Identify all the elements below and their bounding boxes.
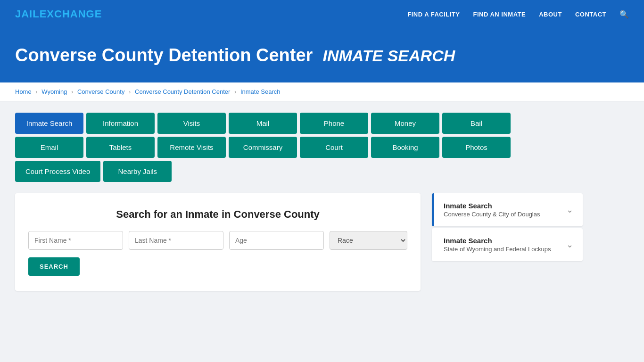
navbar: JAILEXCHANGE FIND A FACILITY FIND AN INM… — [0, 0, 644, 28]
breadcrumb-converse-county[interactable]: Converse County — [77, 88, 124, 95]
nav-find-inmate[interactable]: FIND AN INMATE — [473, 11, 526, 18]
tab-visits[interactable]: Visits — [157, 113, 226, 134]
tab-information[interactable]: Information — [86, 113, 155, 134]
breadcrumb-sep-4: › — [234, 88, 236, 95]
breadcrumb-sep-3: › — [129, 88, 131, 95]
hero-title-main: Converse County Detention Center — [15, 45, 313, 65]
sidebar-item-text: Inmate Search State of Wyoming and Feder… — [444, 237, 551, 253]
tab-remote-visits[interactable]: Remote Visits — [157, 137, 226, 158]
nav-find-facility[interactable]: FIND A FACILITY — [407, 11, 460, 18]
logo-exchange: EXCHANGE — [40, 8, 102, 20]
tab-court[interactable]: Court — [300, 137, 368, 158]
chevron-down-icon: ⌄ — [566, 239, 573, 250]
nav-about[interactable]: ABOUT — [539, 11, 562, 18]
hero-section: Converse County Detention Center INMATE … — [0, 28, 644, 82]
breadcrumb-sep-2: › — [71, 88, 73, 95]
age-input[interactable] — [229, 231, 324, 250]
breadcrumb: Home › Wyoming › Converse County › Conve… — [0, 82, 644, 101]
search-fields: RaceWhiteBlackHispanicAsianOther — [28, 231, 407, 250]
breadcrumb-inmate-search[interactable]: Inmate Search — [240, 88, 281, 95]
nav-links: FIND A FACILITY FIND AN INMATE ABOUT CON… — [407, 10, 629, 19]
tab-commissary[interactable]: Commissary — [229, 137, 297, 158]
hero-title-sub: INMATE SEARCH — [322, 47, 455, 65]
tab-email[interactable]: Email — [15, 137, 83, 158]
page-title: Converse County Detention Center INMATE … — [15, 45, 629, 66]
site-logo[interactable]: JAILEXCHANGE — [15, 8, 102, 20]
tab-inmate-search[interactable]: Inmate Search — [15, 113, 83, 134]
search-button[interactable]: SEARCH — [28, 257, 80, 276]
tab-bail[interactable]: Bail — [442, 113, 511, 134]
breadcrumb-ccdc[interactable]: Converse County Detention Center — [135, 88, 230, 95]
logo-jail: JAIL — [15, 8, 40, 20]
tabs-container: Inmate SearchInformationVisitsMailPhoneM… — [15, 113, 534, 182]
chevron-down-icon: ⌄ — [566, 205, 573, 215]
tab-phone[interactable]: Phone — [300, 113, 368, 134]
content-row: Search for an Inmate in Converse County … — [15, 193, 629, 291]
sidebar-inmate-search-converse[interactable]: Inmate Search Converse County & City of … — [432, 193, 583, 226]
nav-contact[interactable]: CONTACT — [575, 11, 606, 18]
last-name-input[interactable] — [129, 231, 223, 250]
tab-nearby-jails[interactable]: Nearby Jails — [103, 161, 172, 182]
search-icon[interactable]: 🔍 — [619, 10, 629, 19]
tab-photos[interactable]: Photos — [442, 137, 511, 158]
sidebar-item-subtitle: State of Wyoming and Federal Lockups — [444, 246, 551, 253]
search-card: Search for an Inmate in Converse County … — [15, 193, 421, 291]
sidebar-inmate-search-wyoming[interactable]: Inmate Search State of Wyoming and Feder… — [432, 228, 583, 261]
race-select[interactable]: RaceWhiteBlackHispanicAsianOther — [330, 231, 407, 250]
breadcrumb-sep-1: › — [35, 88, 37, 95]
main-content: Inmate SearchInformationVisitsMailPhoneM… — [0, 101, 644, 302]
sidebar-item-title: Inmate Search — [444, 237, 551, 245]
tab-court-process-video[interactable]: Court Process Video — [15, 161, 100, 182]
tab-booking[interactable]: Booking — [371, 137, 439, 158]
sidebar-item-subtitle: Converse County & City of Douglas — [444, 211, 540, 218]
search-heading: Search for an Inmate in Converse County — [28, 208, 407, 221]
first-name-input[interactable] — [28, 231, 123, 250]
tab-money[interactable]: Money — [371, 113, 439, 134]
breadcrumb-home[interactable]: Home — [15, 88, 32, 95]
tab-tablets[interactable]: Tablets — [86, 137, 155, 158]
breadcrumb-wyoming[interactable]: Wyoming — [41, 88, 67, 95]
sidebar-item-title: Inmate Search — [444, 202, 540, 210]
tab-mail[interactable]: Mail — [229, 113, 297, 134]
sidebar-item-text: Inmate Search Converse County & City of … — [444, 202, 540, 218]
sidebar: Inmate Search Converse County & City of … — [432, 193, 583, 263]
